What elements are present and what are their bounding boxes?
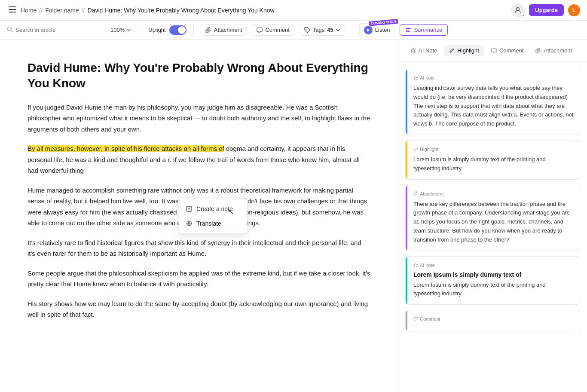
tab-attachment[interactable]: Attachment xyxy=(530,45,577,56)
card-2-text: Lorem Ipsum is simply dummy text of the … xyxy=(413,155,574,173)
ai-note-card-icon xyxy=(413,76,418,80)
search-icon xyxy=(7,26,13,34)
user-avatar[interactable]: L xyxy=(568,4,580,16)
play-icon xyxy=(364,26,373,34)
top-nav: Home // Folder name // David Hume: Why Y… xyxy=(0,0,587,21)
uplight-toggle[interactable] xyxy=(169,25,186,35)
panel-card-3: Attachment There are key differences bet… xyxy=(405,185,580,251)
panel-card-1: AI note Leading indicator survey data te… xyxy=(405,69,580,135)
attachment-card-icon xyxy=(413,191,418,196)
zoom-control[interactable]: 100% xyxy=(107,25,134,35)
svg-rect-0 xyxy=(9,6,16,7)
context-menu: Create a note Translate xyxy=(179,199,248,234)
card-2-body: Highlight Lorem Ipsum is simply dummy te… xyxy=(407,141,580,179)
attachment-label: Attachment xyxy=(214,27,242,33)
attachment-tab-icon xyxy=(535,48,541,53)
tab-ai-note[interactable]: AI Note xyxy=(405,45,442,56)
translate-label: Translate xyxy=(196,220,221,227)
card-3-text: There are key differences between the tr… xyxy=(413,200,574,245)
paragraph-4: It's relatively rare to find historical … xyxy=(28,237,370,259)
summarize-icon xyxy=(405,27,411,33)
divider-3 xyxy=(193,25,194,35)
attachment-icon xyxy=(205,27,211,33)
highlight-card-icon xyxy=(413,147,418,151)
card-1-type: AI note xyxy=(413,75,574,80)
card-4-body: AI note Lorem Ipsum is simply dummy text… xyxy=(407,257,580,305)
ai-note-tab-icon xyxy=(410,48,416,53)
create-note-item[interactable]: Create a note xyxy=(179,202,247,216)
card-1-inner: AI note Leading indicator survey data te… xyxy=(406,69,580,135)
tab-attachment-label: Attachment xyxy=(544,47,572,54)
card-2-inner: Highlight Lorem Ipsum is simply dummy te… xyxy=(406,141,580,179)
svg-rect-2 xyxy=(9,12,16,12)
card-2-type: Highlight xyxy=(413,147,574,152)
translate-icon xyxy=(186,220,192,227)
panel-tabs: AI Note Highlight Comment Attachment xyxy=(398,40,587,62)
search-input[interactable] xyxy=(15,27,84,33)
comment-card-icon xyxy=(413,317,418,322)
panel-card-5: Comment xyxy=(405,310,580,331)
tab-ai-note-label: AI Note xyxy=(419,47,437,54)
toggle-knob xyxy=(178,26,186,34)
nav-article-title: David Hume: Why You're Probably Wrong Ab… xyxy=(88,7,275,14)
panel-card-4: AI note Lorem Ipsum is simply dummy text… xyxy=(405,256,580,305)
tags-label: Tags xyxy=(313,27,324,33)
tags-button[interactable]: Tags 45 xyxy=(300,24,345,36)
comment-tab-icon xyxy=(491,48,497,53)
card-4-title: Lorem Ipsum is simply dummy text of xyxy=(413,271,574,278)
tab-comment[interactable]: Comment xyxy=(486,45,529,56)
uplight-toggle-group: Uplight xyxy=(148,25,186,35)
paragraph-2: By all measures, however, in spite of hi… xyxy=(28,143,370,176)
nav-sep-1: // xyxy=(39,7,43,14)
nav-home-link[interactable]: Home xyxy=(21,7,37,14)
nav-folder-link[interactable]: Folder name xyxy=(45,7,79,14)
comment-button[interactable]: Comment xyxy=(252,24,294,36)
card-1-text: Leading indicator survey data tells you … xyxy=(413,84,574,129)
chevron-down-icon xyxy=(126,29,131,31)
paragraph-1: If you judged David Hume the man by his … xyxy=(28,102,370,135)
create-note-label: Create a note xyxy=(196,205,233,212)
search-area xyxy=(7,26,93,34)
card-1-body: AI note Leading indicator survey data te… xyxy=(407,69,580,135)
card-4-inner: AI note Lorem Ipsum is simply dummy text… xyxy=(406,257,580,305)
panel-content: AI note Leading indicator survey data te… xyxy=(398,62,587,392)
tab-highlight-label: Highlight xyxy=(457,47,479,54)
svg-rect-8 xyxy=(406,31,410,32)
zoom-value: 100% xyxy=(110,27,125,33)
tags-chevron-icon xyxy=(336,29,340,31)
nav-sep-2: // xyxy=(82,7,85,14)
tab-comment-label: Comment xyxy=(499,47,523,54)
ai-note-card-2-icon xyxy=(413,263,418,267)
divider-1 xyxy=(100,25,100,35)
summarize-label: Summarize xyxy=(414,27,442,33)
nav-right: + Upgarde L xyxy=(511,3,580,17)
card-3-inner: Attachment There are key differences bet… xyxy=(406,185,580,251)
right-panel: AI Note Highlight Comment Attachment xyxy=(398,40,587,392)
svg-rect-7 xyxy=(406,30,409,31)
comment-icon-toolbar xyxy=(257,27,263,33)
user-icon-button[interactable]: + xyxy=(511,3,525,17)
tab-highlight[interactable]: Highlight xyxy=(444,45,484,56)
comment-label: Comment xyxy=(265,27,289,33)
listen-label: Listen xyxy=(375,27,390,33)
highlight-tab-icon xyxy=(449,48,455,53)
attachment-button[interactable]: Attachment xyxy=(201,24,247,36)
uplight-label: Uplight xyxy=(148,27,165,33)
summarize-button[interactable]: Summarize xyxy=(400,24,448,36)
hamburger-icon[interactable] xyxy=(7,5,18,16)
article-area: David Hume: Why You're Probably Wrong Ab… xyxy=(0,40,398,392)
nav-left: Home // Folder name // David Hume: Why Y… xyxy=(7,5,275,16)
divider-4 xyxy=(352,25,352,35)
create-note-icon xyxy=(186,206,192,212)
breadcrumb: Home // Folder name // David Hume: Why Y… xyxy=(21,7,275,14)
svg-point-5 xyxy=(306,28,306,29)
listen-button[interactable]: Listen COMING SOON xyxy=(359,23,395,37)
card-3-type: Attachment xyxy=(413,191,574,196)
translate-item[interactable]: Translate xyxy=(179,216,247,231)
card-3-body: Attachment There are key differences bet… xyxy=(407,185,580,251)
tags-icon xyxy=(304,27,310,33)
user-badge: + xyxy=(520,13,526,18)
upgrade-button[interactable]: Upgarde xyxy=(529,4,564,16)
article-title: David Hume: Why You're Probably Wrong Ab… xyxy=(28,60,370,92)
card-5-inner: Comment xyxy=(406,310,580,331)
